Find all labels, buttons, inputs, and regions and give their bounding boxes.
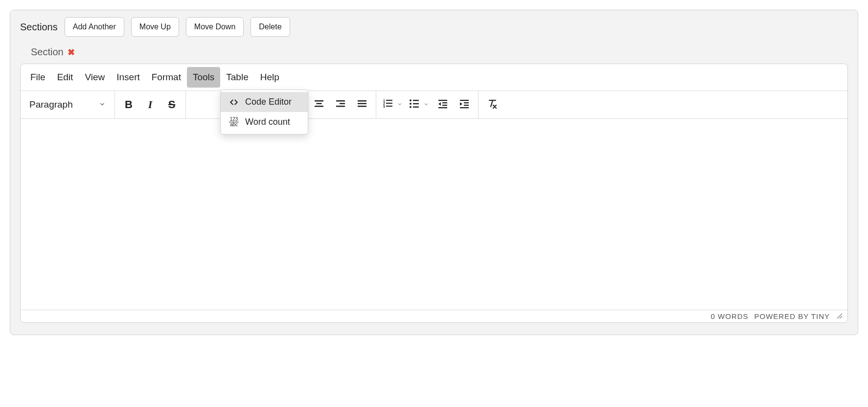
svg-rect-29 <box>460 100 469 101</box>
numbered-list-icon: 123 <box>382 98 394 112</box>
svg-rect-27 <box>438 107 447 108</box>
menu-tools[interactable]: Tools <box>187 67 220 88</box>
tools-word-count-label: Word count <box>245 117 290 127</box>
svg-point-18 <box>410 99 411 101</box>
svg-rect-15 <box>386 103 392 104</box>
bullet-list-button[interactable] <box>406 94 432 115</box>
align-center-button[interactable] <box>308 94 330 115</box>
svg-rect-32 <box>460 107 469 108</box>
code-icon <box>228 98 239 107</box>
svg-rect-26 <box>442 105 447 106</box>
sections-panel: Sections Add Another Move Up Move Down D… <box>10 10 858 335</box>
svg-rect-3 <box>315 100 323 102</box>
word-count-icon: 123abc <box>228 117 239 127</box>
menu-table[interactable]: Table <box>220 67 254 88</box>
svg-text:3: 3 <box>383 105 385 108</box>
word-count-status[interactable]: 0 WORDS <box>711 312 749 320</box>
strikethrough-button[interactable]: S <box>161 94 183 115</box>
svg-line-35 <box>840 316 842 318</box>
tools-code-editor[interactable]: Code Editor <box>221 92 308 112</box>
section-title: Section <box>31 46 64 58</box>
svg-rect-24 <box>438 100 447 101</box>
outdent-icon <box>437 98 449 112</box>
editor-statusbar: 0 WORDS POWERED BY TINY <box>21 310 847 322</box>
editor-content-area[interactable] <box>21 119 847 310</box>
menu-file[interactable]: File <box>24 67 51 88</box>
chevron-down-icon <box>397 101 403 109</box>
svg-rect-5 <box>315 106 323 107</box>
block-format-select[interactable]: Paragraph <box>23 91 112 118</box>
align-center-icon <box>313 98 325 112</box>
strikethrough-icon: S <box>168 98 176 111</box>
resize-handle-icon[interactable] <box>836 312 843 320</box>
clear-format-group <box>479 91 506 118</box>
move-down-button[interactable]: Move Down <box>186 17 244 37</box>
bold-button[interactable]: B <box>118 94 139 115</box>
svg-marker-33 <box>460 102 462 106</box>
svg-rect-10 <box>358 103 366 105</box>
svg-rect-4 <box>317 103 322 105</box>
add-another-button[interactable]: Add Another <box>65 17 124 37</box>
rich-text-editor: File Edit View Insert Format Tools Table… <box>20 64 848 323</box>
remove-section-icon[interactable]: ✖ <box>68 48 75 57</box>
block-format-label: Paragraph <box>29 99 73 110</box>
indent-icon <box>458 98 470 112</box>
menu-format[interactable]: Format <box>146 67 187 88</box>
svg-point-22 <box>410 106 411 108</box>
move-up-button[interactable]: Move Up <box>131 17 179 37</box>
tools-dropdown: Code Editor 123abc Word count <box>220 90 308 135</box>
svg-rect-21 <box>413 103 419 104</box>
svg-point-20 <box>410 103 411 105</box>
indent-button[interactable] <box>454 94 475 115</box>
svg-rect-13 <box>386 100 392 101</box>
outdent-button[interactable] <box>432 94 454 115</box>
align-right-icon <box>335 98 346 112</box>
menu-help[interactable]: Help <box>254 67 285 88</box>
italic-icon: I <box>148 98 153 111</box>
svg-rect-25 <box>442 102 447 103</box>
svg-rect-23 <box>413 107 419 108</box>
menu-insert[interactable]: Insert <box>111 67 146 88</box>
tools-code-editor-label: Code Editor <box>245 97 292 107</box>
section-heading: Section ✖ <box>31 46 848 58</box>
editor-toolbar: Paragraph B I S <box>21 90 847 119</box>
chevron-down-icon <box>99 101 106 109</box>
block-format-group: Paragraph <box>21 91 115 118</box>
svg-rect-9 <box>358 100 366 102</box>
sections-header-row: Sections Add Another Move Up Move Down D… <box>20 17 848 37</box>
text-style-group: B I S <box>115 91 186 118</box>
svg-line-34 <box>837 314 842 318</box>
svg-rect-11 <box>358 106 366 107</box>
svg-rect-30 <box>464 102 469 103</box>
tools-word-count[interactable]: 123abc Word count <box>221 112 308 132</box>
svg-rect-8 <box>336 106 345 107</box>
svg-marker-28 <box>438 102 441 106</box>
svg-rect-17 <box>386 106 392 107</box>
align-right-button[interactable] <box>330 94 351 115</box>
list-indent-group: 123 <box>376 91 479 118</box>
editor-menubar: File Edit View Insert Format Tools Table… <box>21 64 847 90</box>
editor-branding[interactable]: POWERED BY TINY <box>754 312 830 320</box>
numbered-list-button[interactable]: 123 <box>379 94 406 115</box>
align-justify-button[interactable] <box>351 94 373 115</box>
svg-rect-6 <box>336 100 345 102</box>
delete-button[interactable]: Delete <box>251 17 290 37</box>
svg-rect-7 <box>340 103 345 105</box>
bold-icon: B <box>125 98 133 111</box>
italic-button[interactable]: I <box>139 94 161 115</box>
svg-rect-19 <box>413 100 419 101</box>
align-justify-icon <box>356 98 368 112</box>
bullet-list-icon <box>409 98 420 112</box>
clear-formatting-icon <box>486 98 498 112</box>
chevron-down-icon <box>423 101 429 109</box>
menu-edit[interactable]: Edit <box>51 67 79 88</box>
sections-label: Sections <box>20 22 58 33</box>
menu-view[interactable]: View <box>79 67 111 88</box>
clear-formatting-button[interactable] <box>481 94 503 115</box>
svg-rect-31 <box>464 105 469 106</box>
